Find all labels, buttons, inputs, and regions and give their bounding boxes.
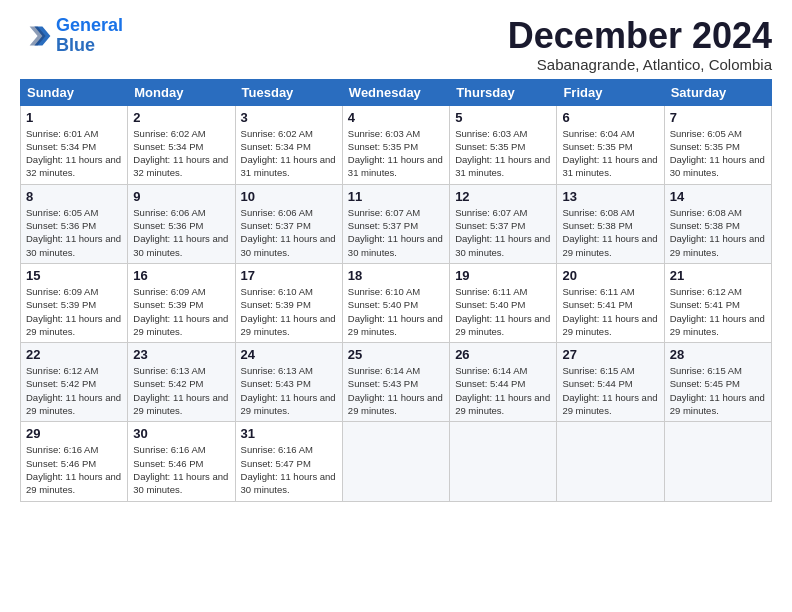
day-number: 7 xyxy=(670,110,766,125)
day-number: 8 xyxy=(26,189,122,204)
day-info: Sunrise: 6:10 AM Sunset: 5:40 PM Dayligh… xyxy=(348,285,444,338)
table-row: 29 Sunrise: 6:16 AM Sunset: 5:46 PM Dayl… xyxy=(21,422,128,501)
day-info: Sunrise: 6:01 AM Sunset: 5:34 PM Dayligh… xyxy=(26,127,122,180)
table-row: 27 Sunrise: 6:15 AM Sunset: 5:44 PM Dayl… xyxy=(557,343,664,422)
table-row: 2 Sunrise: 6:02 AM Sunset: 5:34 PM Dayli… xyxy=(128,105,235,184)
table-row: 15 Sunrise: 6:09 AM Sunset: 5:39 PM Dayl… xyxy=(21,263,128,342)
day-number: 15 xyxy=(26,268,122,283)
day-number: 16 xyxy=(133,268,229,283)
calendar-week-row: 29 Sunrise: 6:16 AM Sunset: 5:46 PM Dayl… xyxy=(21,422,772,501)
title-block: December 2024 Sabanagrande, Atlantico, C… xyxy=(508,16,772,73)
day-number: 26 xyxy=(455,347,551,362)
day-info: Sunrise: 6:04 AM Sunset: 5:35 PM Dayligh… xyxy=(562,127,658,180)
table-row: 17 Sunrise: 6:10 AM Sunset: 5:39 PM Dayl… xyxy=(235,263,342,342)
day-info: Sunrise: 6:15 AM Sunset: 5:45 PM Dayligh… xyxy=(670,364,766,417)
day-number: 28 xyxy=(670,347,766,362)
day-info: Sunrise: 6:12 AM Sunset: 5:41 PM Dayligh… xyxy=(670,285,766,338)
day-number: 13 xyxy=(562,189,658,204)
day-number: 3 xyxy=(241,110,337,125)
day-info: Sunrise: 6:10 AM Sunset: 5:39 PM Dayligh… xyxy=(241,285,337,338)
col-monday: Monday xyxy=(128,79,235,105)
table-row: 11 Sunrise: 6:07 AM Sunset: 5:37 PM Dayl… xyxy=(342,184,449,263)
table-row: 24 Sunrise: 6:13 AM Sunset: 5:43 PM Dayl… xyxy=(235,343,342,422)
day-info: Sunrise: 6:13 AM Sunset: 5:42 PM Dayligh… xyxy=(133,364,229,417)
table-row: 6 Sunrise: 6:04 AM Sunset: 5:35 PM Dayli… xyxy=(557,105,664,184)
table-row: 3 Sunrise: 6:02 AM Sunset: 5:34 PM Dayli… xyxy=(235,105,342,184)
table-row: 26 Sunrise: 6:14 AM Sunset: 5:44 PM Dayl… xyxy=(450,343,557,422)
day-number: 1 xyxy=(26,110,122,125)
table-row xyxy=(342,422,449,501)
day-info: Sunrise: 6:14 AM Sunset: 5:43 PM Dayligh… xyxy=(348,364,444,417)
calendar-table: Sunday Monday Tuesday Wednesday Thursday… xyxy=(20,79,772,502)
day-info: Sunrise: 6:03 AM Sunset: 5:35 PM Dayligh… xyxy=(455,127,551,180)
col-thursday: Thursday xyxy=(450,79,557,105)
day-info: Sunrise: 6:13 AM Sunset: 5:43 PM Dayligh… xyxy=(241,364,337,417)
day-info: Sunrise: 6:09 AM Sunset: 5:39 PM Dayligh… xyxy=(133,285,229,338)
day-number: 22 xyxy=(26,347,122,362)
day-info: Sunrise: 6:16 AM Sunset: 5:46 PM Dayligh… xyxy=(133,443,229,496)
table-row: 23 Sunrise: 6:13 AM Sunset: 5:42 PM Dayl… xyxy=(128,343,235,422)
col-saturday: Saturday xyxy=(664,79,771,105)
day-number: 23 xyxy=(133,347,229,362)
day-number: 9 xyxy=(133,189,229,204)
day-number: 20 xyxy=(562,268,658,283)
day-info: Sunrise: 6:06 AM Sunset: 5:37 PM Dayligh… xyxy=(241,206,337,259)
day-number: 12 xyxy=(455,189,551,204)
table-row: 14 Sunrise: 6:08 AM Sunset: 5:38 PM Dayl… xyxy=(664,184,771,263)
day-number: 14 xyxy=(670,189,766,204)
table-row: 13 Sunrise: 6:08 AM Sunset: 5:38 PM Dayl… xyxy=(557,184,664,263)
calendar-week-row: 8 Sunrise: 6:05 AM Sunset: 5:36 PM Dayli… xyxy=(21,184,772,263)
table-row: 30 Sunrise: 6:16 AM Sunset: 5:46 PM Dayl… xyxy=(128,422,235,501)
logo-icon xyxy=(20,20,52,52)
main-title: December 2024 xyxy=(508,16,772,56)
day-info: Sunrise: 6:03 AM Sunset: 5:35 PM Dayligh… xyxy=(348,127,444,180)
day-number: 21 xyxy=(670,268,766,283)
day-number: 5 xyxy=(455,110,551,125)
day-number: 29 xyxy=(26,426,122,441)
calendar-week-row: 15 Sunrise: 6:09 AM Sunset: 5:39 PM Dayl… xyxy=(21,263,772,342)
logo-line1: General xyxy=(56,15,123,35)
calendar-header-row: Sunday Monday Tuesday Wednesday Thursday… xyxy=(21,79,772,105)
col-tuesday: Tuesday xyxy=(235,79,342,105)
day-info: Sunrise: 6:05 AM Sunset: 5:35 PM Dayligh… xyxy=(670,127,766,180)
day-number: 30 xyxy=(133,426,229,441)
logo-text: General Blue xyxy=(56,16,123,56)
day-info: Sunrise: 6:15 AM Sunset: 5:44 PM Dayligh… xyxy=(562,364,658,417)
table-row: 28 Sunrise: 6:15 AM Sunset: 5:45 PM Dayl… xyxy=(664,343,771,422)
day-number: 25 xyxy=(348,347,444,362)
day-info: Sunrise: 6:07 AM Sunset: 5:37 PM Dayligh… xyxy=(455,206,551,259)
calendar-week-row: 22 Sunrise: 6:12 AM Sunset: 5:42 PM Dayl… xyxy=(21,343,772,422)
header: General Blue December 2024 Sabanagrande,… xyxy=(20,16,772,73)
table-row: 8 Sunrise: 6:05 AM Sunset: 5:36 PM Dayli… xyxy=(21,184,128,263)
day-info: Sunrise: 6:08 AM Sunset: 5:38 PM Dayligh… xyxy=(670,206,766,259)
day-info: Sunrise: 6:02 AM Sunset: 5:34 PM Dayligh… xyxy=(241,127,337,180)
table-row xyxy=(557,422,664,501)
page: General Blue December 2024 Sabanagrande,… xyxy=(0,0,792,512)
day-info: Sunrise: 6:02 AM Sunset: 5:34 PM Dayligh… xyxy=(133,127,229,180)
day-number: 24 xyxy=(241,347,337,362)
day-number: 31 xyxy=(241,426,337,441)
table-row: 20 Sunrise: 6:11 AM Sunset: 5:41 PM Dayl… xyxy=(557,263,664,342)
table-row: 31 Sunrise: 6:16 AM Sunset: 5:47 PM Dayl… xyxy=(235,422,342,501)
logo: General Blue xyxy=(20,16,123,56)
logo-line2: Blue xyxy=(56,35,95,55)
day-number: 11 xyxy=(348,189,444,204)
day-number: 6 xyxy=(562,110,658,125)
day-info: Sunrise: 6:11 AM Sunset: 5:40 PM Dayligh… xyxy=(455,285,551,338)
day-number: 17 xyxy=(241,268,337,283)
day-info: Sunrise: 6:12 AM Sunset: 5:42 PM Dayligh… xyxy=(26,364,122,417)
day-number: 18 xyxy=(348,268,444,283)
table-row: 12 Sunrise: 6:07 AM Sunset: 5:37 PM Dayl… xyxy=(450,184,557,263)
table-row: 16 Sunrise: 6:09 AM Sunset: 5:39 PM Dayl… xyxy=(128,263,235,342)
table-row: 21 Sunrise: 6:12 AM Sunset: 5:41 PM Dayl… xyxy=(664,263,771,342)
day-info: Sunrise: 6:11 AM Sunset: 5:41 PM Dayligh… xyxy=(562,285,658,338)
table-row: 25 Sunrise: 6:14 AM Sunset: 5:43 PM Dayl… xyxy=(342,343,449,422)
day-info: Sunrise: 6:08 AM Sunset: 5:38 PM Dayligh… xyxy=(562,206,658,259)
col-sunday: Sunday xyxy=(21,79,128,105)
day-number: 19 xyxy=(455,268,551,283)
day-info: Sunrise: 6:14 AM Sunset: 5:44 PM Dayligh… xyxy=(455,364,551,417)
day-info: Sunrise: 6:09 AM Sunset: 5:39 PM Dayligh… xyxy=(26,285,122,338)
day-info: Sunrise: 6:06 AM Sunset: 5:36 PM Dayligh… xyxy=(133,206,229,259)
table-row: 7 Sunrise: 6:05 AM Sunset: 5:35 PM Dayli… xyxy=(664,105,771,184)
table-row: 10 Sunrise: 6:06 AM Sunset: 5:37 PM Dayl… xyxy=(235,184,342,263)
